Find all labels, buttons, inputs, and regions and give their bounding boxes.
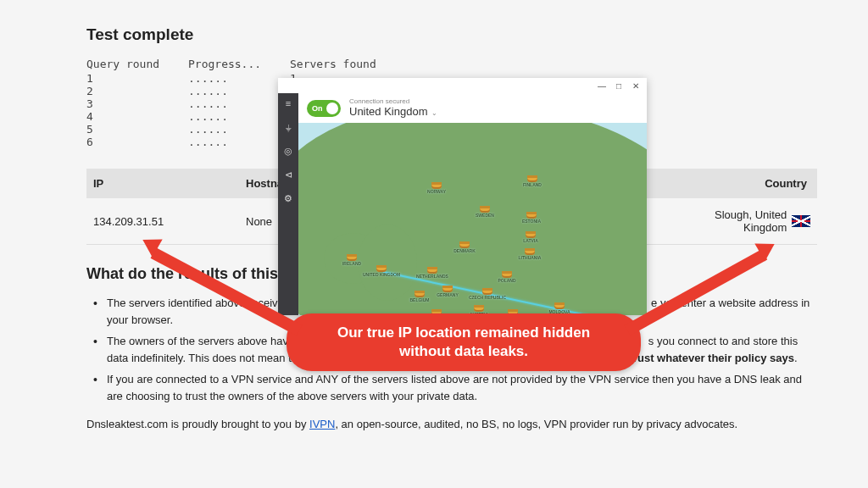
results-header-country: Country bbox=[670, 177, 810, 190]
result-country: Slough, United Kingdom bbox=[670, 208, 810, 234]
map-location-finland[interactable]: FINLAND bbox=[526, 175, 539, 187]
map-location-germany[interactable]: GERMANY bbox=[441, 286, 454, 297]
ivpn-link[interactable]: IVPN bbox=[309, 418, 335, 430]
speaker-icon[interactable]: ⊲ bbox=[282, 169, 294, 181]
result-country-text: Slough, United Kingdom bbox=[670, 208, 787, 234]
map-location-lithuania[interactable]: LITHUANIA bbox=[523, 248, 537, 260]
settings-icon[interactable]: ⚙ bbox=[282, 193, 294, 205]
query-header: Query round Progress... Servers found bbox=[86, 58, 817, 70]
uk-flag-icon bbox=[792, 215, 810, 227]
map-location-estonia[interactable]: ESTONIA bbox=[525, 212, 538, 224]
results-header-ip: IP bbox=[93, 177, 246, 190]
annotation-callout: Our true IP location remained hidden wit… bbox=[287, 313, 641, 371]
map-location-norway[interactable]: NORWAY bbox=[430, 182, 443, 194]
toggle-label: On bbox=[312, 104, 323, 113]
map-location-latvia[interactable]: LATVIA bbox=[524, 231, 537, 243]
vpn-header: On Connection secured United Kingdom ⌄ bbox=[298, 93, 647, 123]
menu-icon[interactable]: ≡ bbox=[282, 98, 294, 110]
vpn-app-window: — □ ✕ ≡ ⏚ ◎ ⊲ ⚙ On Connection secured Un… bbox=[278, 78, 647, 315]
map-location-netherlands[interactable]: NETHERLANDS bbox=[426, 267, 439, 279]
page-title: Test complete bbox=[86, 25, 817, 44]
connection-status[interactable]: Connection secured United Kingdom ⌄ bbox=[349, 98, 437, 118]
map-location-denmark[interactable]: DENMARK bbox=[458, 241, 471, 253]
vpn-sidebar: ≡ ⏚ ◎ ⊲ ⚙ bbox=[278, 93, 298, 315]
map-location-moldova[interactable]: MOLDOVA bbox=[553, 302, 566, 314]
callout-line1: Our true IP location remained hidden bbox=[302, 324, 626, 342]
filter-icon[interactable]: ⏚ bbox=[282, 122, 294, 134]
result-ip: 134.209.31.51 bbox=[93, 215, 246, 228]
toggle-knob bbox=[326, 103, 338, 114]
chevron-down-icon: ⌄ bbox=[430, 109, 437, 117]
map-location-belgium[interactable]: BELGIUM bbox=[413, 291, 426, 302]
window-maximize-button[interactable]: □ bbox=[615, 81, 623, 91]
window-minimize-button[interactable]: — bbox=[598, 81, 606, 91]
status-location: United Kingdom ⌄ bbox=[349, 106, 437, 118]
connection-toggle[interactable]: On bbox=[307, 100, 341, 117]
map-location-sweden[interactable]: SWEDEN bbox=[478, 206, 492, 218]
footer-text: Dnsleaktest.com is proudly brought to yo… bbox=[86, 418, 817, 430]
map-location-ireland[interactable]: IRELAND bbox=[345, 254, 359, 266]
window-close-button[interactable]: ✕ bbox=[632, 81, 640, 91]
vpn-map[interactable]: NORWAYFINLANDSWEDENESTONIALATVIALITHUANI… bbox=[298, 123, 647, 315]
map-location-poland[interactable]: POLAND bbox=[500, 271, 514, 283]
target-icon[interactable]: ◎ bbox=[282, 146, 294, 158]
query-header-round: Query round bbox=[86, 58, 188, 70]
map-location-czech-republic[interactable]: CZECH REPUBLIC bbox=[481, 288, 494, 300]
callout-line2: without data leaks. bbox=[302, 342, 626, 361]
query-header-progress: Progress... bbox=[188, 58, 290, 70]
vpn-titlebar: — □ ✕ bbox=[278, 78, 647, 93]
map-location-united-kingdom[interactable]: UNITED KINGDOM bbox=[375, 265, 388, 277]
bullet-3: If you are connected to a VPN service an… bbox=[86, 371, 817, 404]
query-header-found: Servers found bbox=[290, 58, 392, 70]
